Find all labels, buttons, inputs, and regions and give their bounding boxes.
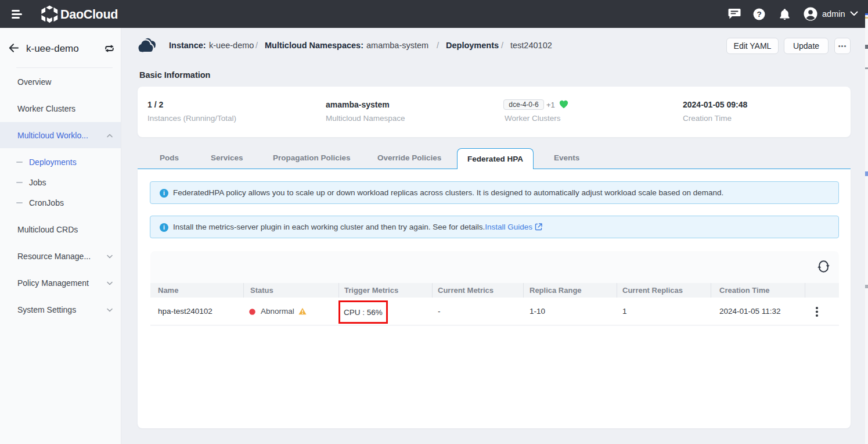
svg-text:?: ? (757, 10, 761, 19)
svg-text:i: i (163, 224, 165, 231)
svg-text:i: i (163, 189, 165, 196)
